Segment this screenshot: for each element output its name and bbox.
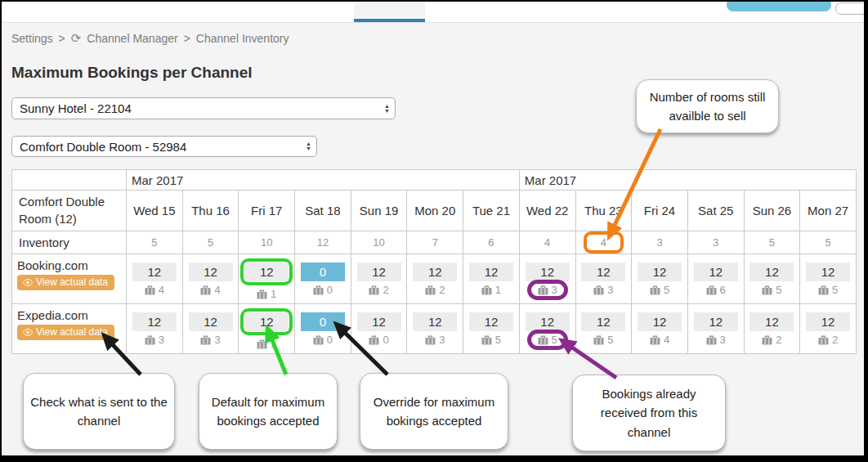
channel-day-cell: 122 (407, 254, 463, 304)
day-header: Thu 23 (575, 191, 632, 231)
top-right-button[interactable] (727, 0, 831, 11)
inventory-value: 10 (351, 231, 407, 254)
max-bookings-value[interactable]: 12 (581, 312, 625, 331)
channel-day-cell: 00 (295, 254, 351, 304)
month-header: Mar 2017 (127, 170, 520, 191)
select-spinner-icon: ▲▼ (306, 141, 311, 151)
max-bookings-value[interactable]: 12 (694, 262, 738, 281)
max-bookings-value[interactable]: 12 (749, 312, 794, 331)
bookings-received-value: 4 (127, 284, 182, 296)
bookings-received-value: 3 (688, 334, 744, 346)
suitcase-icon (538, 285, 548, 295)
inventory-value: 12 (295, 231, 351, 254)
channel-day-cell: 124 (632, 304, 688, 354)
max-bookings-value[interactable]: 12 (581, 262, 625, 281)
channel-day-cell: 123 (407, 304, 463, 354)
bookings-received-value: 5 (632, 284, 687, 296)
inventory-value: 5 (127, 231, 183, 254)
orange-highlight-box: 4 (584, 231, 624, 253)
bookings-received-value: 0 (295, 334, 351, 346)
channel-day-cell: 122 (351, 254, 407, 304)
max-bookings-value[interactable]: 12 (357, 262, 401, 281)
hotel-select-value: Sunny Hotel - 22104 (20, 101, 384, 115)
suitcase-icon (593, 285, 604, 295)
suitcase-icon (818, 285, 829, 295)
max-bookings-value[interactable]: 12 (694, 312, 738, 331)
bookings-received-value: 2 (351, 284, 407, 296)
green-highlight-box: 12 (240, 258, 293, 285)
day-header: Wed 22 (519, 191, 575, 231)
suitcase-icon (145, 335, 155, 345)
bookings-received-value: 4 (632, 334, 687, 346)
max-bookings-value[interactable]: 12 (413, 262, 457, 281)
max-bookings-value[interactable]: 12 (526, 312, 570, 331)
breadcrumb-settings[interactable]: Settings (11, 32, 53, 45)
purple-highlight-box: 3 (527, 280, 568, 300)
max-bookings-value[interactable]: 12 (189, 262, 233, 281)
suitcase-icon (200, 335, 211, 345)
bookings-received-value: 5 (463, 334, 519, 346)
bookings-received-value: 0 (295, 284, 351, 296)
max-bookings-value[interactable]: 12 (244, 312, 289, 331)
breadcrumb: Settings > ⟳ Channel Manager > Channel I… (11, 31, 289, 46)
bookings-received-value: 6 (688, 284, 744, 296)
view-actual-data-label: View actual data (36, 326, 108, 338)
day-header: Wed 15 (127, 191, 183, 231)
channel-day-cell: 123 (519, 254, 575, 304)
room-select[interactable]: Comfort Double Room - 52984 ▲▼ (11, 136, 317, 157)
inventory-value: 4 (519, 231, 575, 254)
max-bookings-value[interactable]: 12 (189, 312, 233, 331)
max-bookings-value[interactable]: 12 (469, 312, 513, 331)
max-bookings-value[interactable]: 12 (806, 312, 850, 331)
max-bookings-value[interactable]: 0 (301, 262, 345, 281)
max-bookings-value[interactable]: 0 (301, 312, 345, 331)
suitcase-icon (425, 335, 436, 345)
max-bookings-value[interactable]: 12 (469, 262, 513, 281)
month-header: Mar 2017 (519, 170, 856, 191)
max-bookings-value[interactable]: 12 (132, 312, 177, 331)
view-actual-data-button[interactable]: View actual data (17, 275, 114, 290)
max-bookings-value[interactable]: 12 (638, 312, 682, 331)
suitcase-icon (481, 335, 492, 345)
suitcase-icon (257, 289, 267, 299)
bookings-received-value: 3 (576, 284, 632, 296)
max-bookings-value[interactable]: 12 (244, 262, 289, 281)
room-select-value: Comfort Double Room - 52984 (20, 140, 306, 154)
bookings-received-value: 1 (463, 284, 519, 296)
max-bookings-value[interactable]: 12 (806, 262, 850, 281)
view-actual-data-button[interactable]: View actual data (17, 325, 114, 340)
day-header: Thu 16 (182, 191, 239, 231)
day-header: Mon 20 (407, 191, 463, 231)
max-bookings-value[interactable]: 12 (357, 312, 401, 331)
inventory-value: 6 (463, 231, 520, 254)
channel-name: Expedia.com (17, 308, 121, 322)
inventory-value: 3 (632, 231, 688, 254)
callout-default-max: Default for maximum bookings accepted (199, 373, 338, 450)
max-bookings-value[interactable]: 12 (749, 262, 794, 281)
suitcase-icon (257, 339, 267, 349)
bookings-received-value: 5 (576, 334, 632, 346)
channel-day-cell: 125 (632, 254, 688, 304)
room-type-header: Comfort Double Room (12) (12, 191, 127, 231)
max-bookings-value[interactable]: 12 (526, 262, 570, 281)
top-right-pill[interactable] (835, 2, 868, 15)
hotel-select[interactable]: Sunny Hotel - 22104 ▲▼ (11, 97, 396, 119)
channel-day-cell: 125 (463, 304, 520, 354)
bookings-received-value: 4 (183, 284, 239, 296)
bookings-received-value: 3 (183, 334, 239, 346)
inventory-value: 4 (575, 231, 632, 254)
breadcrumb-channel-manager[interactable]: Channel Manager (87, 32, 177, 45)
inventory-value: 5 (800, 231, 857, 254)
eye-icon (23, 329, 33, 336)
channel-day-cell: 123 (687, 304, 744, 354)
max-bookings-value[interactable]: 12 (132, 262, 177, 281)
suitcase-icon (650, 335, 660, 345)
breadcrumb-channel-inventory[interactable]: Channel Inventory (196, 32, 289, 45)
channel-day-cell: 123 (182, 304, 239, 354)
active-tab[interactable] (354, 2, 425, 22)
max-bookings-value[interactable]: 12 (638, 262, 682, 281)
max-bookings-value[interactable]: 12 (413, 312, 457, 331)
inventory-value: 5 (744, 231, 800, 254)
suitcase-icon (313, 335, 324, 345)
select-spinner-icon: ▲▼ (384, 104, 390, 114)
